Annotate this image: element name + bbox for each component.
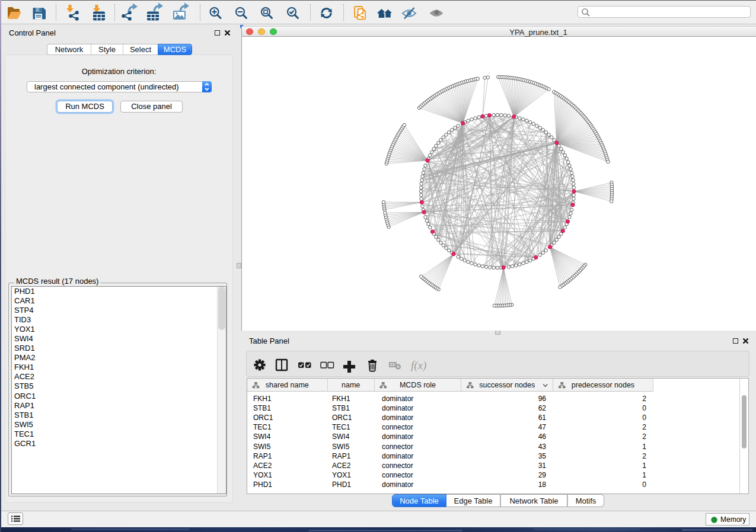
svg-text:f(x): f(x) — [411, 359, 426, 372]
